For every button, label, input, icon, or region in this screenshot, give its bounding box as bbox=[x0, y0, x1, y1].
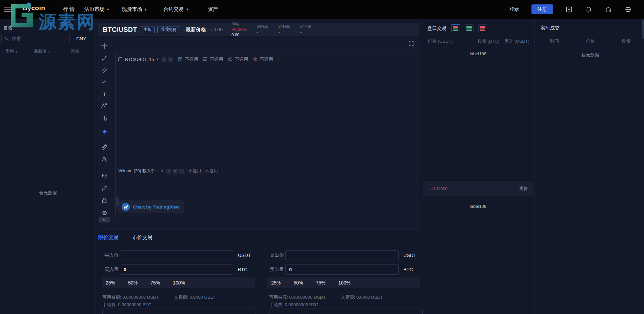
search-box[interactable] bbox=[1, 34, 70, 43]
crosshair-tool-icon[interactable] bbox=[101, 42, 108, 49]
tab-market-order[interactable]: 市价交易 bbox=[132, 234, 153, 241]
toolbar-collapse-chevron[interactable] bbox=[99, 217, 110, 222]
volume-legend: Volume (20) 載入中... ▼ 不適用不適用 bbox=[118, 168, 218, 174]
language-globe-icon[interactable] bbox=[624, 6, 632, 13]
change-percent: +0.00% bbox=[232, 26, 246, 33]
nav-item-spot[interactable]: 现货市场▼ bbox=[122, 6, 147, 13]
legend-collapse-icon[interactable]: − bbox=[118, 57, 122, 61]
badge-mainboard[interactable]: 主板 bbox=[141, 26, 155, 33]
lock-drawings-icon[interactable] bbox=[101, 197, 108, 204]
magnet-tool-icon[interactable] bbox=[101, 173, 108, 180]
orderbook-bids-placeholder: label108 bbox=[423, 204, 533, 209]
column-price: 价格 bbox=[572, 38, 608, 44]
sell-submit-area-clipped[interactable] bbox=[269, 309, 423, 314]
brand-logo[interactable]: Bycoin bbox=[23, 4, 45, 12]
download-app-icon[interactable] bbox=[565, 6, 573, 13]
sell-amount-input[interactable] bbox=[285, 264, 399, 275]
hide-toolbar-arrow-icon[interactable] bbox=[101, 128, 108, 135]
login-link[interactable]: 登录 bbox=[509, 6, 519, 13]
badge-spot-trade[interactable]: 币币交易 bbox=[157, 26, 179, 33]
buy-amount-unit: BTC bbox=[238, 267, 247, 272]
orderbook-more-link[interactable]: 更多 bbox=[519, 185, 528, 192]
column-amount: 数量 (BTC) bbox=[472, 38, 499, 44]
buy-fee: 手续费: 0.00000000 BTC bbox=[102, 302, 152, 308]
orderbook-view-both-icon[interactable] bbox=[451, 24, 460, 32]
tradingview-logo-icon bbox=[122, 203, 130, 211]
buy-submit-area-clipped[interactable] bbox=[102, 309, 256, 314]
forecast-tool-icon[interactable] bbox=[101, 115, 108, 121]
market-sidebar: 自选 CNY 币种▲▼ 最新价▲▼ 涨幅 暂无数据 bbox=[0, 19, 96, 314]
tradingview-link[interactable]: Chart by TradingView bbox=[133, 204, 180, 210]
chart-legend: − BTC/USDT, 15 ▼ 開=不適用高=不適用低=不適用收=不適用 bbox=[118, 56, 273, 62]
measure-ruler-icon[interactable] bbox=[101, 144, 108, 151]
register-button[interactable]: 注册 bbox=[531, 4, 553, 14]
sell-percent-100[interactable]: 100% bbox=[338, 280, 350, 286]
sell-percent-25[interactable]: 25% bbox=[271, 280, 281, 286]
fullscreen-icon[interactable] bbox=[408, 41, 414, 47]
sell-amount-label: 卖出量 bbox=[267, 267, 285, 273]
buy-amount-row: 买入量 BTC bbox=[102, 264, 247, 275]
orderbook-view-sells-icon[interactable] bbox=[478, 24, 487, 32]
nav-item-fiat[interactable]: 法币市场▼ bbox=[84, 6, 109, 13]
column-last-price[interactable]: 最新价▲▼ bbox=[34, 48, 50, 54]
volume-close-icon[interactable] bbox=[179, 169, 184, 174]
buy-price-label: 买入价 bbox=[102, 252, 120, 258]
market-list-header: 币种▲▼ 最新价▲▼ 涨幅 bbox=[0, 48, 96, 55]
zoom-in-icon[interactable] bbox=[101, 156, 108, 163]
volume-eye-icon[interactable] bbox=[166, 169, 171, 174]
sell-fee-row: 手续费: 0.00000000 BTC bbox=[269, 302, 318, 308]
nav-item-market[interactable]: 行 情 bbox=[63, 6, 75, 13]
volume-study-label[interactable]: Volume (20) 載入中... bbox=[118, 168, 159, 174]
column-coin[interactable]: 币种▲▼ bbox=[5, 48, 18, 54]
chevron-down-icon[interactable]: ▼ bbox=[156, 58, 159, 61]
brush-tool-icon[interactable] bbox=[101, 79, 108, 85]
edit-pencil-icon[interactable] bbox=[101, 185, 108, 192]
buy-amount-input[interactable] bbox=[120, 264, 233, 275]
high-24h-stat: 24H高 - bbox=[257, 24, 268, 35]
search-input[interactable] bbox=[12, 36, 63, 41]
buy-percent-50[interactable]: 50% bbox=[128, 280, 138, 286]
buy-percent-25[interactable]: 25% bbox=[106, 280, 115, 286]
pair-title: BTC/USDT bbox=[103, 26, 137, 34]
chart-plot-area[interactable]: − BTC/USDT, 15 ▼ 開=不適用高=不適用低=不適用收=不適用 Vo… bbox=[115, 54, 415, 218]
support-headset-icon[interactable] bbox=[605, 6, 612, 13]
search-icon bbox=[4, 36, 9, 41]
sell-percent-50[interactable]: 50% bbox=[294, 280, 303, 286]
nav-item-contract[interactable]: 合约交易▼ bbox=[163, 6, 189, 13]
buy-price-input[interactable] bbox=[120, 250, 233, 260]
buy-price-row: 买入价 USDT bbox=[102, 250, 251, 260]
column-time: 时间 bbox=[537, 38, 572, 44]
buy-percent-75[interactable]: 75% bbox=[150, 280, 160, 286]
legend-eye-icon[interactable] bbox=[162, 57, 166, 62]
buy-percent-100[interactable]: 100% bbox=[173, 280, 185, 286]
tradingview-attribution[interactable]: Chart by TradingView bbox=[118, 200, 184, 213]
trade-tabs: 限价交易 市价交易 bbox=[98, 232, 153, 243]
hamburger-menu-icon[interactable] bbox=[4, 7, 12, 13]
navbar-right: 登录 注册 bbox=[509, 0, 644, 19]
sell-price-input[interactable] bbox=[285, 250, 399, 260]
low-24h-value: - bbox=[278, 29, 290, 35]
scrollbar-thumb[interactable] bbox=[642, 19, 644, 39]
chevron-down-icon[interactable]: ▼ bbox=[161, 170, 164, 173]
text-tool-icon[interactable]: T bbox=[101, 91, 108, 98]
sell-percent-75[interactable]: 75% bbox=[316, 280, 325, 286]
nav-item-assets[interactable]: 资产 bbox=[208, 6, 218, 13]
trend-line-tool-icon[interactable] bbox=[101, 55, 108, 62]
buy-amount-label: 买入量 bbox=[102, 267, 120, 273]
change-stat: 涨幅 +0.00% 0.00 bbox=[232, 21, 246, 38]
hide-drawings-eye-icon[interactable] bbox=[101, 210, 108, 216]
gann-fib-tool-icon[interactable] bbox=[101, 67, 108, 74]
legend-settings-icon[interactable] bbox=[168, 57, 173, 62]
currency-selector[interactable]: CNY bbox=[76, 36, 86, 41]
orderbook-view-buys-icon[interactable] bbox=[465, 24, 474, 32]
recent-trades-empty-state: 暂无数据 bbox=[537, 52, 644, 58]
pane-separator[interactable] bbox=[116, 166, 415, 166]
notifications-bell-icon[interactable] bbox=[585, 6, 592, 13]
pattern-tool-icon[interactable] bbox=[101, 102, 108, 109]
volume-settings-icon[interactable] bbox=[173, 169, 178, 174]
tab-limit-order[interactable]: 限价交易 bbox=[98, 234, 119, 241]
column-price: 价格 (USDT) bbox=[423, 38, 472, 44]
main-menu: 行 情 法币市场▼ 现货市场▼ 合约交易▼ 资产 bbox=[63, 0, 218, 19]
symbol-interval-label[interactable]: BTC/USDT, 15 bbox=[125, 57, 154, 62]
top-navbar: Bycoin 行 情 法币市场▼ 现货市场▼ 合约交易▼ 资产 登录 注册 bbox=[0, 0, 644, 19]
